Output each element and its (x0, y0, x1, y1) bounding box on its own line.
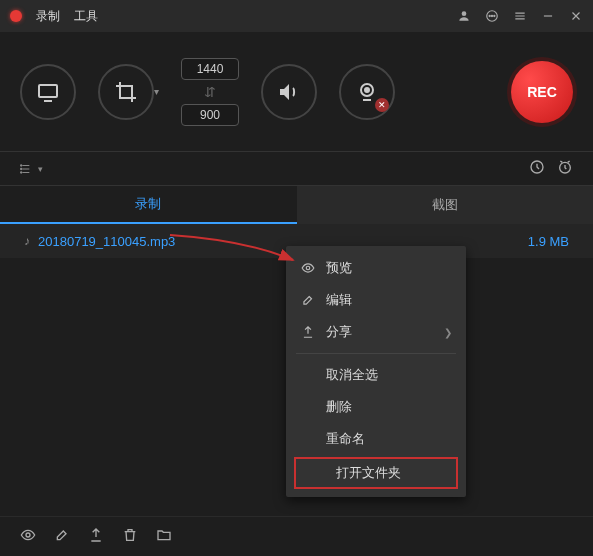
svg-rect-5 (39, 85, 57, 97)
chat-icon[interactable] (485, 9, 499, 23)
ctx-label: 分享 (326, 323, 352, 341)
hamburger-icon[interactable] (513, 9, 527, 23)
dimension-box: 1440 ⇵ 900 (181, 58, 239, 126)
edit-icon[interactable] (54, 527, 70, 546)
webcam-button[interactable]: ✕ (339, 64, 395, 120)
file-size: 1.9 MB (528, 234, 569, 249)
ctx-label: 打开文件夹 (336, 464, 401, 482)
height-input[interactable]: 900 (181, 104, 239, 126)
svg-point-9 (21, 168, 22, 169)
menu-tools[interactable]: 工具 (74, 8, 98, 25)
eye-icon (300, 261, 316, 275)
sub-bar: ▾ (0, 152, 593, 186)
svg-point-13 (306, 266, 310, 270)
disabled-badge-icon: ✕ (375, 98, 389, 112)
delete-icon[interactable] (122, 527, 138, 546)
ctx-label: 取消全选 (326, 366, 378, 384)
ctx-label: 预览 (326, 259, 352, 277)
svg-point-8 (21, 164, 22, 165)
list-toggle-button[interactable]: ▾ (20, 162, 43, 176)
audio-source-button[interactable] (261, 64, 317, 120)
svg-point-4 (494, 15, 495, 16)
chevron-down-icon[interactable]: ▾ (154, 86, 159, 97)
ctx-preview[interactable]: 预览 (286, 252, 466, 284)
brush-icon (300, 293, 316, 307)
tab-bar: 录制 截图 (0, 186, 593, 224)
separator (296, 353, 456, 354)
titlebar: 录制 工具 (0, 0, 593, 32)
close-icon[interactable] (569, 9, 583, 23)
schedule-icon[interactable] (529, 159, 545, 179)
ctx-label: 编辑 (326, 291, 352, 309)
svg-point-0 (462, 11, 467, 16)
folder-icon[interactable] (156, 527, 172, 546)
ctx-rename[interactable]: 重命名 (286, 423, 466, 455)
record-button[interactable]: REC (511, 61, 573, 123)
aspect-lock-icon[interactable]: ⇵ (204, 84, 216, 100)
ctx-delete[interactable]: 删除 (286, 391, 466, 423)
ctx-open-folder[interactable]: 打开文件夹 (294, 457, 458, 489)
svg-point-3 (491, 15, 492, 16)
upload-icon (300, 325, 316, 339)
svg-point-10 (21, 171, 22, 172)
tab-screenshot[interactable]: 截图 (297, 186, 594, 224)
svg-point-2 (489, 15, 490, 16)
music-icon: ♪ (24, 234, 30, 248)
width-input[interactable]: 1440 (181, 58, 239, 80)
ctx-edit[interactable]: 编辑 (286, 284, 466, 316)
menu-record[interactable]: 录制 (36, 8, 60, 25)
minimize-icon[interactable] (541, 9, 555, 23)
ctx-deselect-all[interactable]: 取消全选 (286, 359, 466, 391)
account-icon[interactable] (457, 9, 471, 23)
file-name[interactable]: 20180719_110045.mp3 (38, 234, 175, 249)
crop-region-button[interactable] (98, 64, 154, 120)
ctx-share[interactable]: 分享 ❯ (286, 316, 466, 348)
preview-icon[interactable] (20, 527, 36, 546)
chevron-down-icon: ▾ (38, 164, 43, 174)
display-source-button[interactable] (20, 64, 76, 120)
bottom-bar (0, 516, 593, 556)
alarm-icon[interactable] (557, 159, 573, 179)
context-menu: 预览 编辑 分享 ❯ 取消全选 删除 重命名 打开文件夹 (286, 246, 466, 497)
svg-point-7 (365, 88, 369, 92)
ctx-label: 重命名 (326, 430, 365, 448)
chevron-right-icon: ❯ (444, 327, 452, 338)
svg-point-14 (26, 533, 30, 537)
main-toolbar: ▾ 1440 ⇵ 900 ✕ REC (0, 32, 593, 152)
ctx-label: 删除 (326, 398, 352, 416)
share-icon[interactable] (88, 527, 104, 546)
tab-record[interactable]: 录制 (0, 186, 297, 224)
app-logo (10, 10, 22, 22)
